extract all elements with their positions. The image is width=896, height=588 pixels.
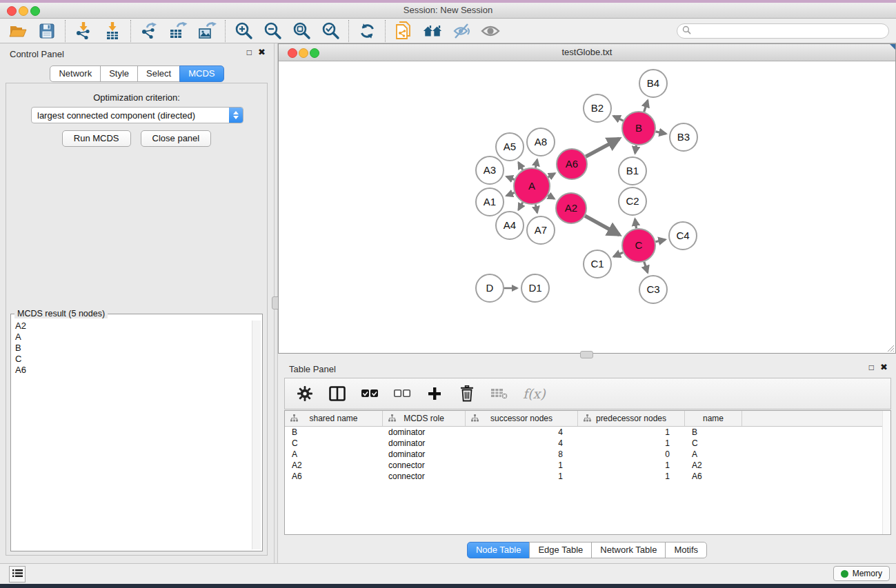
cell-MCDS-role[interactable]: dominator xyxy=(383,449,466,459)
edge-A-A3[interactable] xyxy=(506,176,514,179)
column-header-predecessor-nodes[interactable]: predecessor nodes xyxy=(578,411,685,426)
edge-A6-B[interactable] xyxy=(586,139,619,156)
cell-name[interactable]: A6 xyxy=(685,472,742,481)
edge-A-A6[interactable] xyxy=(548,174,555,178)
memory-button[interactable]: Memory xyxy=(833,566,890,581)
cell-name[interactable]: A2 xyxy=(685,460,742,470)
table-tab-network-table[interactable]: Network Table xyxy=(591,542,666,558)
resize-grip-icon[interactable] xyxy=(885,343,895,352)
result-item[interactable]: A2 xyxy=(12,321,252,332)
edge-A-A1[interactable] xyxy=(506,193,514,196)
add-column-icon[interactable] xyxy=(426,385,444,403)
table-row[interactable]: Cdominator41C xyxy=(285,438,890,449)
home-icon[interactable] xyxy=(423,21,442,41)
export-table-icon[interactable] xyxy=(168,21,188,41)
cell-MCDS-role[interactable]: connector xyxy=(383,460,466,470)
edge-A-A4[interactable] xyxy=(519,203,523,210)
edge-A-A7[interactable] xyxy=(535,205,537,213)
cell-successor-nodes[interactable]: 1 xyxy=(466,472,578,481)
cell-name[interactable]: B xyxy=(685,427,742,437)
network-window-titlebar[interactable]: testGlobe.txt xyxy=(279,44,895,61)
table-tab-motifs[interactable]: Motifs xyxy=(665,542,707,558)
optimization-criterion-select[interactable]: largest connected component (directed) xyxy=(31,107,243,123)
edge-C-C1[interactable] xyxy=(614,252,624,256)
result-list-scrollbar[interactable] xyxy=(252,321,261,549)
open-folder-icon[interactable] xyxy=(8,21,28,41)
column-header-MCDS-role[interactable]: MCDS role xyxy=(383,411,466,426)
close-panel-button[interactable]: Close panel xyxy=(141,130,212,147)
settings-gear-icon[interactable] xyxy=(296,385,314,403)
result-item[interactable]: B xyxy=(12,343,252,354)
cell-predecessor-nodes[interactable]: 1 xyxy=(578,438,685,448)
cell-predecessor-nodes[interactable]: 1 xyxy=(578,427,685,437)
edge-B-B3[interactable] xyxy=(656,132,666,134)
edge-A-A5[interactable] xyxy=(519,163,523,170)
network-canvas[interactable]: AA6A2BCA5A8A3A1A4A7B2B4B3B1C2C4C1C3DD1 xyxy=(279,61,895,353)
tab-select[interactable]: Select xyxy=(137,65,180,82)
cell-shared-name[interactable]: B xyxy=(285,427,383,437)
float-panel-icon[interactable]: □ xyxy=(247,48,252,57)
export-image-icon[interactable] xyxy=(197,21,217,41)
table-scrollbar[interactable] xyxy=(882,411,890,534)
close-panel-icon[interactable]: ✖ xyxy=(258,48,266,57)
cell-shared-name[interactable]: A6 xyxy=(285,472,383,481)
table-row[interactable]: Bdominator41B xyxy=(285,427,890,438)
import-table-icon[interactable] xyxy=(103,21,122,41)
result-item[interactable]: C xyxy=(12,354,252,365)
result-item[interactable]: A6 xyxy=(12,365,252,376)
cell-shared-name[interactable]: A2 xyxy=(285,460,383,470)
edge-B-B1[interactable] xyxy=(635,145,637,154)
show-eye-icon[interactable] xyxy=(481,21,500,41)
edge-B-B2[interactable] xyxy=(613,116,623,121)
import-network-icon[interactable] xyxy=(74,21,93,41)
run-mcds-button[interactable]: Run MCDS xyxy=(62,130,131,147)
column-header-shared-name[interactable]: shared name xyxy=(285,411,383,426)
zoom-out-icon[interactable] xyxy=(263,21,282,41)
cell-successor-nodes[interactable]: 4 xyxy=(466,427,578,437)
result-item[interactable]: A xyxy=(12,332,252,343)
cell-successor-nodes[interactable]: 8 xyxy=(466,449,578,459)
tab-style[interactable]: Style xyxy=(100,65,138,82)
table-row[interactable]: A2connector11A2 xyxy=(285,460,890,471)
splitter-handle-horizontal[interactable] xyxy=(580,351,593,358)
cell-MCDS-role[interactable]: dominator xyxy=(383,438,466,448)
zoom-fit-icon[interactable] xyxy=(292,21,311,41)
cell-name[interactable]: C xyxy=(685,438,742,448)
search-box[interactable] xyxy=(677,23,889,39)
edge-B-B4[interactable] xyxy=(644,101,648,112)
column-header-successor-nodes[interactable]: successor nodes xyxy=(466,411,578,426)
cell-predecessor-nodes[interactable]: 0 xyxy=(578,449,685,459)
cell-MCDS-role[interactable]: dominator xyxy=(383,427,466,437)
table-float-panel-icon[interactable]: □ xyxy=(869,363,874,372)
cell-successor-nodes[interactable]: 1 xyxy=(466,460,578,470)
tab-mcds[interactable]: MCDS xyxy=(179,65,223,82)
cell-shared-name[interactable]: C xyxy=(285,438,383,448)
edge-A2-C[interactable] xyxy=(585,216,619,235)
edge-A-A2[interactable] xyxy=(548,195,555,199)
cell-shared-name[interactable]: A xyxy=(285,449,383,459)
hide-details-icon[interactable] xyxy=(452,21,471,41)
edge-C-C3[interactable] xyxy=(644,262,648,273)
edge-C-C4[interactable] xyxy=(655,240,665,242)
cell-predecessor-nodes[interactable]: 1 xyxy=(578,472,685,481)
cell-MCDS-role[interactable]: connector xyxy=(383,472,466,481)
select-stepper-icon[interactable] xyxy=(229,108,243,123)
column-header-name[interactable]: name xyxy=(685,411,742,426)
export-network-icon[interactable] xyxy=(139,21,159,41)
tab-network[interactable]: Network xyxy=(50,65,101,82)
split-panel-icon[interactable] xyxy=(328,385,346,403)
refresh-icon[interactable] xyxy=(357,21,377,41)
task-history-button[interactable] xyxy=(9,566,26,582)
edge-A-A8[interactable] xyxy=(535,160,537,168)
delete-column-icon[interactable] xyxy=(458,385,476,403)
table-tab-node-table[interactable]: Node Table xyxy=(467,542,530,558)
deselect-all-icon[interactable] xyxy=(393,385,411,403)
mcds-result-list[interactable]: A2ABCA6 xyxy=(12,321,252,550)
save-icon[interactable] xyxy=(37,21,57,41)
zoom-selected-icon[interactable] xyxy=(321,21,340,41)
table-row[interactable]: Adominator80A xyxy=(285,449,890,460)
cell-successor-nodes[interactable]: 4 xyxy=(466,438,578,448)
cell-predecessor-nodes[interactable]: 1 xyxy=(578,460,685,470)
table-row[interactable]: A6connector11A6 xyxy=(285,471,890,482)
table-tab-edge-table[interactable]: Edge Table xyxy=(529,542,592,558)
